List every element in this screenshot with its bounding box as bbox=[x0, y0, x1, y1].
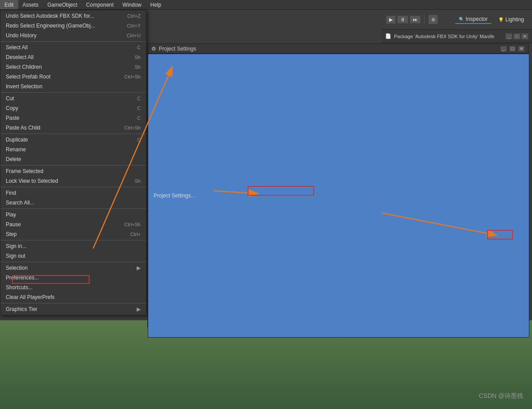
separator-4 bbox=[0, 165, 146, 165]
menu-gameobject[interactable]: GameObject bbox=[43, 0, 82, 9]
submenu-arrow: ▶ bbox=[137, 265, 141, 271]
menubar: Edit Assets GameObject Component Window … bbox=[0, 0, 532, 10]
collab-button[interactable]: ⚙ bbox=[428, 15, 438, 24]
watermark: CSDN @诗墨残 bbox=[479, 392, 523, 400]
menu-select-all[interactable]: Select All C bbox=[0, 43, 146, 52]
separator-9 bbox=[0, 303, 146, 303]
menu-undo-history[interactable]: Undo History Ctrl+U bbox=[0, 31, 146, 40]
menu-pause[interactable]: Pause Ctrl+Sh bbox=[0, 220, 146, 229]
ps-minimize[interactable]: _ bbox=[500, 46, 507, 52]
menu-rename[interactable]: Rename bbox=[0, 145, 146, 154]
separator-7 bbox=[0, 240, 146, 240]
pause-button[interactable]: ⏸ bbox=[397, 16, 408, 24]
maximize-btn[interactable]: □ bbox=[513, 33, 520, 39]
separator-2 bbox=[0, 92, 146, 93]
manifest-icon: 📄 bbox=[385, 33, 391, 39]
menu-duplicate[interactable]: Duplicate C bbox=[0, 135, 146, 145]
menu-project-settings[interactable]: Project Settings... bbox=[148, 54, 529, 338]
separator-3 bbox=[0, 134, 146, 134]
play-button[interactable]: ▶ bbox=[386, 16, 396, 24]
gear-icon: ⚙ bbox=[151, 46, 156, 52]
menu-copy[interactable]: Copy C bbox=[0, 103, 146, 113]
toolbar-divider bbox=[424, 15, 425, 24]
menu-cut[interactable]: Cut C bbox=[0, 94, 146, 103]
separator-8 bbox=[0, 262, 146, 262]
menu-undo[interactable]: Undo Select Autodesk FBX SDK for... Ctrl… bbox=[0, 11, 146, 21]
ps-maximize[interactable]: □ bbox=[509, 46, 516, 52]
menu-sign-in[interactable]: Sign in... bbox=[0, 241, 146, 251]
menu-search-all[interactable]: Search All... bbox=[0, 198, 146, 208]
menu-preferences[interactable]: Preferences... bbox=[0, 273, 146, 283]
inspector-icon: 🔍 bbox=[459, 17, 464, 22]
menu-deselect-all[interactable]: Deselect All Sh bbox=[0, 52, 146, 62]
menu-select-prefab-root[interactable]: Select Prefab Root Ctrl+Sh bbox=[0, 72, 146, 82]
menu-invert-selection[interactable]: Invert Selection bbox=[0, 82, 146, 91]
menu-frame-selected[interactable]: Frame Selected bbox=[0, 166, 146, 176]
top-toolbar: ▶ ⏸ ⏭ ⚙ 🔍 Inspector 💡 Lighting bbox=[382, 10, 532, 30]
separator-1 bbox=[0, 41, 146, 42]
menu-selection[interactable]: Selection ▶ bbox=[0, 263, 146, 273]
manifest-bar: 📄 Package 'Autodesk FBX SDK for Unity' M… bbox=[382, 30, 532, 43]
inspector-lighting-tabs: 🔍 Inspector 💡 Lighting bbox=[455, 15, 528, 24]
menu-delete[interactable]: Delete bbox=[0, 154, 146, 164]
menu-step[interactable]: Step Ctrl+ bbox=[0, 229, 146, 239]
ps-title: Project Settings bbox=[159, 46, 196, 52]
separator-5 bbox=[0, 187, 146, 187]
step-button[interactable]: ⏭ bbox=[410, 16, 421, 24]
collab-buttons: ⚙ bbox=[428, 15, 438, 24]
menu-component[interactable]: Component bbox=[82, 0, 118, 9]
submenu-arrow-2: ▶ bbox=[137, 306, 141, 312]
menu-help[interactable]: Help bbox=[146, 0, 166, 9]
ps-close[interactable]: ✕ bbox=[518, 46, 525, 52]
lighting-tab[interactable]: 💡 Lighting bbox=[495, 16, 528, 24]
menu-graphics-tier[interactable]: Graphics Tier ▶ bbox=[0, 304, 146, 314]
menu-paste[interactable]: Paste C bbox=[0, 113, 146, 123]
menu-select-children[interactable]: Select Children Sh bbox=[0, 62, 146, 72]
separator-6 bbox=[0, 208, 146, 209]
lighting-label: Lighting bbox=[505, 16, 524, 23]
menu-shortcuts[interactable]: Shortcuts... bbox=[0, 283, 146, 292]
menu-play[interactable]: Play bbox=[0, 210, 146, 220]
menu-redo[interactable]: Redo Select Engineering (GameObj... Ctrl… bbox=[0, 21, 146, 31]
edit-dropdown-menu: Undo Select Autodesk FBX SDK for... Ctrl… bbox=[0, 10, 146, 315]
menu-assets[interactable]: Assets bbox=[18, 0, 43, 9]
inspector-label: Inspector bbox=[466, 16, 488, 22]
inspector-tab[interactable]: 🔍 Inspector bbox=[455, 15, 491, 24]
lighting-icon: 💡 bbox=[498, 17, 504, 22]
menu-window[interactable]: Window bbox=[118, 0, 146, 9]
menu-lock-view[interactable]: Lock View to Selected Sh bbox=[0, 176, 146, 186]
playmode-buttons: ▶ ⏸ ⏭ bbox=[386, 16, 421, 24]
menu-paste-as-child[interactable]: Paste As Child Ctrl+Sh bbox=[0, 123, 146, 133]
menu-edit[interactable]: Edit bbox=[0, 0, 18, 9]
manifest-title: Package 'Autodesk FBX SDK for Unity' Man… bbox=[394, 34, 494, 39]
close-btn[interactable]: ✕ bbox=[521, 33, 528, 39]
window-controls: _ □ ✕ bbox=[505, 33, 528, 39]
menu-sign-out[interactable]: Sign out bbox=[0, 251, 146, 261]
ps-titlebar: ⚙ Project Settings _ □ ✕ bbox=[148, 44, 528, 54]
minimize-btn[interactable]: _ bbox=[505, 33, 512, 39]
menu-clear-player-prefs[interactable]: Clear All PlayerPrefs bbox=[0, 292, 146, 302]
ps-window-controls: _ □ ✕ bbox=[500, 46, 525, 52]
menu-find[interactable]: Find bbox=[0, 188, 146, 198]
